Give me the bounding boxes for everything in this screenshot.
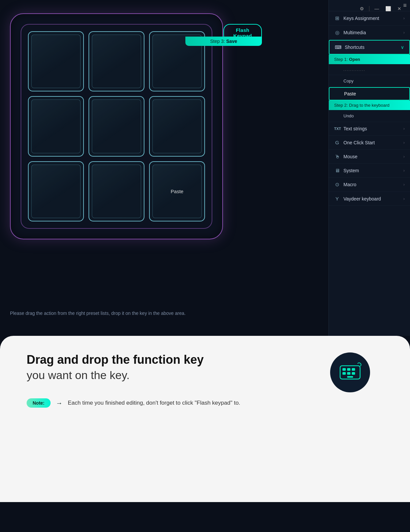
multimedia-icon: ◎ [334,30,340,36]
svg-rect-4 [342,372,346,375]
key-k5[interactable] [89,96,144,156]
note-arrow-icon: → [56,399,63,407]
minimize-button[interactable]: — [373,5,381,13]
right-panel: ≡ ⊞ Keys Assignment › ◎ Multimedia › [328,0,410,336]
step1-value: Open [349,57,360,62]
text-strings-label: Text strings [343,126,367,131]
step1-open-banner: Step 1: Open [329,55,410,64]
note-row: Note: → Each time you finished editing, … [27,398,383,408]
step3-save-banner: Step 3: Save [185,37,262,46]
bottom-title-bold: Drag and drop the function key [27,352,383,367]
step3-value: Save [226,39,237,44]
step1-label: Step 1: [334,57,348,62]
svg-rect-5 [347,372,350,375]
sidebar-item-multimedia[interactable]: ◎ Multimedia › [329,26,410,40]
key-label-k9: Paste [171,189,183,194]
keyboard-area: Paste [10,13,223,239]
keyboard-outer: Paste [10,13,223,239]
keys-assignment-icon: ⊞ [334,15,340,21]
system-chevron: › [403,168,405,173]
shortcuts-copy[interactable]: Copy [329,75,410,87]
multimedia-chevron: › [403,30,405,35]
key-k6[interactable] [149,96,205,156]
sidebar-item-vaydeer-keyboard[interactable]: Y Vaydeer keyboard › [329,192,410,206]
text-strings-icon: TXT [334,127,340,131]
key-k1[interactable] [28,31,84,91]
window-controls: ⚙ — ⬜ ✕ [358,5,403,13]
maximize-button[interactable]: ⬜ [384,5,392,13]
bottom-section: Drag and drop the function key you want … [0,336,410,502]
filter-icon[interactable]: ≡ [403,2,407,9]
sidebar-item-mouse[interactable]: 🖱 Mouse › [329,150,410,164]
keyboard-icon-circle [330,352,370,392]
one-click-start-chevron: › [403,140,405,145]
step2-value: Drag to the keyboard [349,103,389,108]
one-click-start-label: One Click Start [343,140,375,145]
svg-rect-2 [347,368,350,371]
top-section: ⚙ — ⬜ ✕ Flash Keypad Step 3: Save ✏ ↺ [0,0,410,336]
text-strings-chevron: › [403,126,405,131]
svg-rect-1 [342,368,346,371]
svg-rect-7 [347,376,353,378]
shortcuts-label-group: ⌨ Shortcuts [335,45,364,50]
mouse-chevron: › [403,154,405,159]
sidebar-item-keys-assignment[interactable]: ⊞ Keys Assignment › [329,11,410,26]
shortcuts-dots: ............. [329,64,410,75]
key-k4[interactable] [28,96,84,156]
key-k7[interactable] [28,161,84,221]
vaydeer-chevron: › [403,197,405,201]
step2-label: Step 2: [334,103,348,108]
shortcuts-label: Shortcuts [345,45,364,50]
shortcuts-paste[interactable]: Paste [329,87,410,100]
app-container: ⚙ — ⬜ ✕ Flash Keypad Step 3: Save ✏ ↺ [0,0,410,502]
shortcuts-icon: ⌨ [335,45,341,50]
sidebar-item-one-click-start[interactable]: G One Click Start › [329,136,410,150]
sidebar-item-system[interactable]: 🖥 System › [329,164,410,178]
close-button[interactable]: ✕ [395,5,403,13]
sidebar-item-text-strings[interactable]: TXT Text strings › [329,122,410,136]
sidebar-item-shortcuts[interactable]: ⌨ Shortcuts ∨ [329,40,410,55]
system-icon: 🖥 [334,168,340,173]
macro-icon: ⊙ [334,182,340,188]
divider [369,6,369,11]
step2-drag-banner: Step 2: Drag to the keyboard [329,100,410,110]
step3-label: Step 3: [210,39,225,44]
vaydeer-label: Vaydeer keyboard [343,196,381,201]
keys-assignment-label: Keys Assignment [343,16,379,21]
keys-assignment-chevron: › [403,16,405,21]
macro-label: Macro [343,182,356,187]
key-k8[interactable] [89,161,144,221]
keyboard-grid: Paste [21,24,212,229]
settings-icon[interactable]: ⚙ [358,5,366,13]
sidebar-item-macro[interactable]: ⊙ Macro › [329,178,410,192]
mouse-label: Mouse [343,154,357,159]
mouse-icon: 🖱 [334,154,340,159]
vaydeer-icon: Y [334,196,340,201]
multimedia-label: Multimedia [343,30,366,35]
key-k9[interactable]: Paste [149,161,205,221]
svg-rect-3 [352,368,355,371]
shortcuts-chevron-down: ∨ [401,45,404,50]
shortcuts-undo[interactable]: Undo [329,110,410,122]
one-click-start-icon: G [334,140,340,145]
instruction-text: Please drag the action from the right pr… [10,311,186,316]
key-k2[interactable] [89,31,144,91]
svg-rect-6 [352,372,355,375]
note-text: Each time you finished editing, don't fo… [68,400,240,406]
macro-chevron: › [403,182,405,187]
note-badge: Note: [27,398,51,408]
system-label: System [343,168,359,173]
left-content: Paste Please drag the action from the ri… [0,0,328,323]
